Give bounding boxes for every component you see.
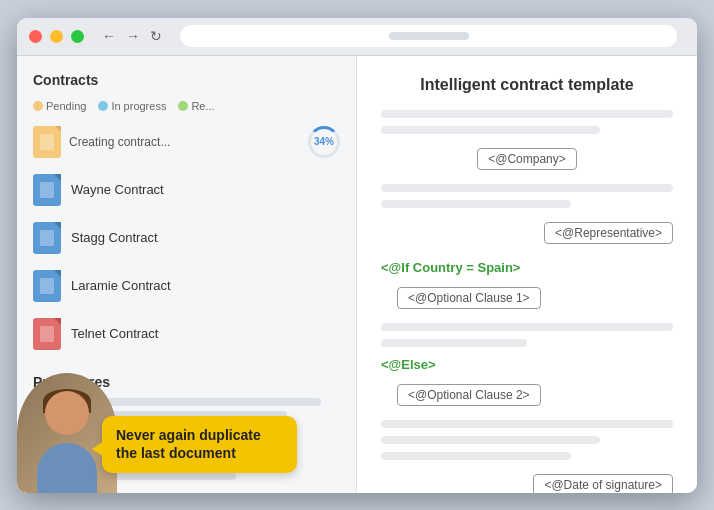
refresh-icon[interactable]: ↻ [148, 28, 164, 44]
date-signature-tag: <@Date of signature> [533, 474, 673, 493]
else-tag: <@Else> [381, 357, 673, 372]
doc-icon-inner [40, 134, 54, 150]
doc-inner-3 [40, 278, 54, 294]
creating-label: Creating contract... [69, 135, 300, 149]
contracts-title: Contracts [17, 72, 356, 88]
browser-chrome: ← → ↻ [17, 18, 697, 56]
template-line [381, 339, 527, 347]
template-line [381, 110, 673, 118]
template-line [381, 452, 571, 460]
doc-inner-4 [40, 326, 54, 342]
legend-in-progress: In progress [98, 100, 166, 112]
template-line [381, 200, 571, 208]
optional-clause-2-container: <@Optional Clause 2> [397, 378, 673, 412]
in-progress-label: In progress [111, 100, 166, 112]
browser-content: Contracts Pending In progress Re... [17, 56, 697, 493]
proposals-title: Proposals [17, 435, 356, 451]
right-panel: Intelligent contract template <@Company>… [357, 56, 697, 493]
company-tag-container: <@Company> [381, 142, 673, 176]
pending-label: Pending [46, 100, 86, 112]
panel-title: Intelligent contract template [381, 76, 673, 94]
doc-icon-blue-3 [33, 270, 61, 302]
optional-clause-2-tag: <@Optional Clause 2> [397, 384, 541, 406]
pending-dot [33, 101, 43, 111]
legend-pending: Pending [33, 100, 86, 112]
legend-re: Re... [178, 100, 214, 112]
list-item[interactable]: Wayne Contract [17, 166, 356, 214]
re-label: Re... [191, 100, 214, 112]
list-item[interactable]: Stagg Contract [17, 214, 356, 262]
contract-name-3: Laramie Contract [71, 278, 171, 293]
back-arrow-icon[interactable]: ← [100, 28, 118, 44]
contract-name-2: Stagg Contract [71, 230, 158, 245]
in-progress-dot [98, 101, 108, 111]
doc-icon-blue-2 [33, 222, 61, 254]
doc-icon-red [33, 318, 61, 350]
progress-pct: 34% [314, 136, 334, 147]
sidebar: Contracts Pending In progress Re... [17, 56, 357, 493]
skeleton-line [33, 459, 287, 467]
forward-arrow-icon[interactable]: → [124, 28, 142, 44]
template-line [381, 184, 673, 192]
browser-navigation: ← → ↻ [100, 28, 164, 44]
skeleton-line [33, 411, 287, 419]
doc-inner-2 [40, 230, 54, 246]
progress-file-icon [33, 126, 61, 158]
maximize-button[interactable] [71, 30, 84, 43]
skeleton-line [33, 398, 321, 406]
minimize-button[interactable] [50, 30, 63, 43]
procedures-section: Procedures [17, 374, 356, 419]
contract-name-4: Telnet Contract [71, 326, 158, 341]
template-line [381, 323, 673, 331]
address-text [389, 32, 469, 40]
condition-spain-tag: <@If Country = Spain> [381, 260, 673, 275]
close-button[interactable] [29, 30, 42, 43]
date-signature-container: <@Date of signature> [381, 468, 673, 493]
template-line [381, 420, 673, 428]
skeleton-line [33, 472, 236, 480]
progress-item[interactable]: Creating contract... 34% [33, 126, 340, 158]
browser-window: ← → ↻ Contracts Pending [17, 18, 697, 493]
contract-name: Wayne Contract [71, 182, 164, 197]
optional-clause-1-tag: <@Optional Clause 1> [397, 287, 541, 309]
progress-circle: 34% [308, 126, 340, 158]
doc-inner [40, 182, 54, 198]
proposals-section: Proposals [17, 435, 356, 480]
address-bar[interactable] [180, 25, 677, 47]
contracts-section: Contracts Pending In progress Re... [17, 72, 356, 358]
re-dot [178, 101, 188, 111]
optional-clause-1-container: <@Optional Clause 1> [397, 281, 673, 315]
representative-tag: <@Representative> [544, 222, 673, 244]
template-line [381, 126, 600, 134]
company-tag: <@Company> [477, 148, 577, 170]
list-item[interactable]: Telnet Contract [17, 310, 356, 358]
template-line [381, 436, 600, 444]
list-item[interactable]: Laramie Contract [17, 262, 356, 310]
legend-area: Pending In progress Re... [17, 96, 356, 122]
procedures-title: Procedures [17, 374, 356, 390]
doc-icon-blue [33, 174, 61, 206]
representative-tag-container: <@Representative> [381, 216, 673, 250]
